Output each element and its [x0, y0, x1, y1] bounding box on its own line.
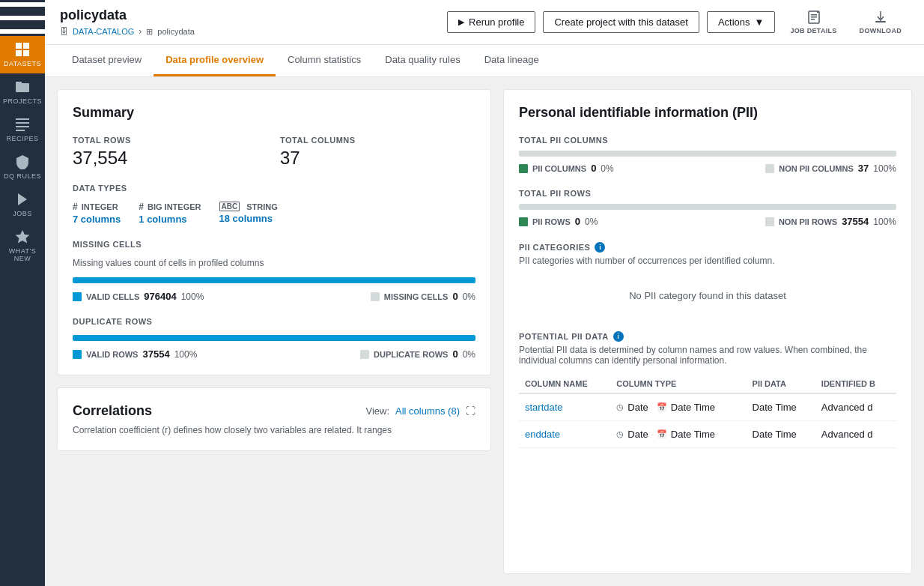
- tab-data-profile-overview[interactable]: Data profile overview: [154, 45, 276, 76]
- svg-marker-14: [16, 230, 30, 244]
- pii-columns-legend: PII COLUMNS 0 0% NON PII COLUMNS 37 100%: [519, 163, 896, 174]
- duplicate-rows-dot: [360, 350, 369, 359]
- svg-rect-16: [811, 14, 817, 16]
- job-details-button[interactable]: JOB DETAILS: [782, 7, 844, 37]
- svg-rect-2: [0, 29, 45, 34]
- valid-rows-count: 37554: [142, 348, 169, 360]
- calendar-icon-2: 📅: [657, 429, 667, 439]
- svg-rect-11: [16, 126, 29, 127]
- sidebar-item-datasets-label: DATASETS: [4, 60, 41, 67]
- tab-column-statistics[interactable]: Column statistics: [276, 45, 373, 76]
- pii-columns-pct: 0%: [601, 163, 613, 174]
- sidebar-item-projects-label: PROJECTS: [3, 97, 42, 105]
- pii-categories-desc: PII categories with number of occurrence…: [519, 256, 896, 266]
- startdate-type: ◷ Date 📅 Date Time: [610, 393, 746, 421]
- data-types-section: DATA TYPES # INTEGER 7 columns #: [73, 184, 475, 225]
- table-row: enddate ◷ Date 📅 Date Time Date: [519, 421, 896, 448]
- total-pii-columns-label: TOTAL PII COLUMNS: [519, 136, 896, 145]
- pii-rows-pct: 0%: [585, 217, 598, 227]
- clock-icon: ◷: [616, 402, 624, 412]
- missing-cells-legend: VALID CELLS 976404 100% MISSING CELLS 0 …: [73, 291, 475, 302]
- svg-rect-6: [23, 50, 29, 56]
- correlations-desc: Correlation coefficient (r) defines how …: [73, 425, 475, 435]
- expand-icon[interactable]: ⛶: [466, 405, 475, 417]
- breadcrumb-item-dataset: policydata: [157, 27, 195, 36]
- pii-columns-section: TOTAL PII COLUMNS PII COLUMNS 0 0%: [519, 136, 896, 174]
- valid-cells-fill: [73, 277, 475, 283]
- sidebar-item-jobs-label: JOBS: [13, 210, 32, 217]
- job-details-label: JOB DETAILS: [790, 27, 836, 34]
- svg-rect-12: [16, 130, 25, 131]
- left-column: Summary TOTAL ROWS 37,554 TOTAL COLUMNS …: [57, 89, 491, 574]
- duplicate-rows-label: DUPLICATE ROWS: [73, 317, 475, 326]
- breadcrumb-item-catalog[interactable]: DATA-CATALOG: [73, 27, 134, 36]
- pii-rows-label: PII ROWS: [532, 217, 571, 226]
- startdate-link[interactable]: startdate: [525, 402, 563, 413]
- sidebar-item-whats-new-label: WHAT'S NEW: [3, 247, 42, 262]
- download-button[interactable]: DOWNLOAD: [852, 7, 909, 37]
- pii-categories-info-icon[interactable]: i: [595, 242, 605, 253]
- all-columns-link[interactable]: All columns (8): [395, 405, 460, 417]
- svg-rect-20: [875, 21, 886, 22]
- col-header-identified-by: Identified b: [815, 375, 896, 393]
- big-integer-count[interactable]: 1 columns: [139, 214, 201, 225]
- pii-rows-count: 0: [575, 216, 580, 227]
- total-pii-rows-label: TOTAL PII ROWS: [519, 189, 896, 198]
- svg-rect-18: [811, 19, 815, 20]
- sidebar-item-whats-new[interactable]: WHAT'S NEW: [0, 223, 45, 268]
- tab-dataset-preview[interactable]: Dataset preview: [60, 45, 154, 76]
- enddate-name: enddate: [519, 421, 610, 448]
- sidebar-item-datasets[interactable]: DATASETS: [0, 36, 45, 73]
- data-types-label: DATA TYPES: [73, 184, 475, 193]
- integer-count[interactable]: 7 columns: [73, 214, 121, 225]
- svg-rect-10: [16, 122, 29, 124]
- breadcrumb: 🗄 DATA-CATALOG › ⊞ policydata: [60, 26, 195, 37]
- total-columns-label: TOTAL COLUMNS: [280, 136, 475, 145]
- tab-data-quality-rules[interactable]: Data quality rules: [373, 45, 472, 76]
- sidebar-item-recipes[interactable]: RECIPES: [0, 111, 45, 148]
- svg-rect-5: [16, 50, 22, 56]
- non-pii-rows-dot: [765, 217, 774, 226]
- svg-rect-3: [16, 43, 22, 49]
- missing-cells-desc: Missing values count of cells in profile…: [73, 258, 475, 268]
- startdate-name: startdate: [519, 393, 610, 421]
- string-count[interactable]: 18 columns: [219, 213, 278, 224]
- svg-rect-17: [811, 16, 817, 18]
- tab-data-lineage[interactable]: Data lineage: [472, 45, 551, 76]
- actions-button[interactable]: Actions ▼: [707, 11, 776, 33]
- pii-columns-count: 0: [591, 163, 596, 174]
- enddate-link[interactable]: enddate: [525, 429, 560, 440]
- string-icon: ABC: [219, 202, 240, 211]
- sidebar-item-jobs[interactable]: JOBS: [0, 186, 45, 223]
- missing-cells-count: 0: [452, 291, 458, 302]
- missing-cells-bar: [73, 277, 475, 283]
- create-project-button[interactable]: Create project with this dataset: [543, 11, 699, 33]
- rerun-profile-button[interactable]: ▶ Rerun profile: [447, 11, 535, 33]
- potential-pii-info-icon[interactable]: i: [613, 331, 624, 342]
- col-header-column-name: Column name: [519, 375, 610, 393]
- correlations-view-control: View: All columns (8) ⛶: [365, 405, 475, 417]
- col-header-column-type: Column type: [610, 375, 746, 393]
- summary-card: Summary TOTAL ROWS 37,554 TOTAL COLUMNS …: [57, 89, 491, 375]
- svg-rect-4: [23, 43, 29, 49]
- non-pii-columns-count: 37: [858, 163, 869, 174]
- potential-pii-desc: Potential PII data is determined by colu…: [519, 345, 896, 366]
- valid-cells-label: VALID CELLS: [86, 292, 139, 301]
- main-content: Dataset preview Data profile overview Co…: [45, 45, 924, 586]
- data-type-big-integer: # BIG INTEGER 1 columns: [139, 202, 201, 225]
- sidebar-item-projects[interactable]: PROJECTS: [0, 73, 45, 111]
- missing-cells-dot: [371, 292, 380, 301]
- total-columns-value: 37: [280, 148, 475, 169]
- summary-title: Summary: [73, 105, 475, 121]
- sidebar-item-dq-rules-label: DQ RULES: [4, 172, 41, 180]
- duplicate-rows-section: DUPLICATE ROWS VALID ROWS 37554 100%: [73, 317, 475, 360]
- data-types-list: # INTEGER 7 columns # BIG INTEGER 1 colu…: [73, 202, 475, 225]
- duplicate-rows-count: 0: [452, 348, 458, 360]
- summary-stats: TOTAL ROWS 37,554 TOTAL COLUMNS 37: [73, 136, 475, 169]
- non-pii-rows-pct: 100%: [873, 217, 896, 227]
- correlations-title: Correlations: [73, 403, 152, 419]
- pii-columns-label: PII COLUMNS: [532, 164, 586, 173]
- sidebar-item-dq-rules[interactable]: DQ RULES: [0, 148, 45, 186]
- valid-rows-fill: [73, 335, 475, 341]
- hamburger-menu[interactable]: [0, 0, 45, 36]
